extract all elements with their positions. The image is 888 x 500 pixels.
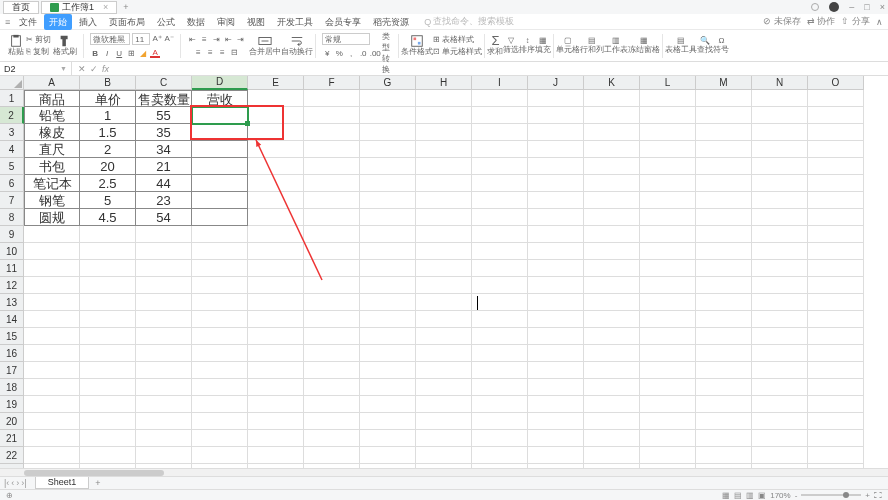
cell-A13[interactable] bbox=[24, 294, 80, 311]
avatar[interactable] bbox=[829, 2, 839, 12]
tab-home[interactable]: 首页 bbox=[3, 1, 39, 14]
cell-F2[interactable] bbox=[304, 107, 360, 124]
unsaved-badge[interactable]: ⊘ 未保存 bbox=[763, 15, 801, 28]
select-all-corner[interactable] bbox=[0, 76, 24, 90]
cell-G16[interactable] bbox=[360, 345, 416, 362]
indent-dec-icon[interactable]: ⇤ bbox=[223, 35, 233, 45]
cell-L13[interactable] bbox=[640, 294, 696, 311]
cell-I20[interactable] bbox=[472, 413, 528, 430]
menu-formula[interactable]: 公式 bbox=[152, 14, 180, 30]
cell-I18[interactable] bbox=[472, 379, 528, 396]
comma-icon[interactable]: , bbox=[346, 48, 356, 58]
dec-dec-icon[interactable]: .00 bbox=[370, 48, 380, 58]
cell-B9[interactable] bbox=[80, 226, 136, 243]
cell-C5[interactable]: 21 bbox=[136, 158, 192, 175]
sort-button[interactable]: ↕排序 bbox=[519, 37, 535, 55]
row-header-21[interactable]: 21 bbox=[0, 430, 24, 447]
cell-J5[interactable] bbox=[528, 158, 584, 175]
cell-D14[interactable] bbox=[192, 311, 248, 328]
cell-N7[interactable] bbox=[752, 192, 808, 209]
col-header-L[interactable]: L bbox=[640, 76, 696, 90]
number-format-select[interactable]: 常规 bbox=[322, 33, 370, 45]
cell-O14[interactable] bbox=[808, 311, 864, 328]
cell-B12[interactable] bbox=[80, 277, 136, 294]
cell-K9[interactable] bbox=[584, 226, 640, 243]
cell-N8[interactable] bbox=[752, 209, 808, 226]
cell-H8[interactable] bbox=[416, 209, 472, 226]
cell-M14[interactable] bbox=[696, 311, 752, 328]
cell-C8[interactable]: 54 bbox=[136, 209, 192, 226]
cell-F14[interactable] bbox=[304, 311, 360, 328]
cell-M18[interactable] bbox=[696, 379, 752, 396]
cell-O15[interactable] bbox=[808, 328, 864, 345]
cell-D2[interactable] bbox=[192, 107, 248, 124]
cell-J8[interactable] bbox=[528, 209, 584, 226]
cell-O12[interactable] bbox=[808, 277, 864, 294]
cell-C3[interactable]: 35 bbox=[136, 124, 192, 141]
cell-O6[interactable] bbox=[808, 175, 864, 192]
cell-B16[interactable] bbox=[80, 345, 136, 362]
cell-C7[interactable]: 23 bbox=[136, 192, 192, 209]
cell-O4[interactable] bbox=[808, 141, 864, 158]
cell-B14[interactable] bbox=[80, 311, 136, 328]
cell-E21[interactable] bbox=[248, 430, 304, 447]
cell-I6[interactable] bbox=[472, 175, 528, 192]
cell-L11[interactable] bbox=[640, 260, 696, 277]
align-right-icon[interactable]: ≡ bbox=[217, 48, 227, 58]
cell-C18[interactable] bbox=[136, 379, 192, 396]
cell-N16[interactable] bbox=[752, 345, 808, 362]
align-left-icon[interactable]: ≡ bbox=[193, 48, 203, 58]
cell-I12[interactable] bbox=[472, 277, 528, 294]
cell-C20[interactable] bbox=[136, 413, 192, 430]
cell-H6[interactable] bbox=[416, 175, 472, 192]
cell-E9[interactable] bbox=[248, 226, 304, 243]
menu-view[interactable]: 视图 bbox=[242, 14, 270, 30]
name-dropdown-icon[interactable]: ▼ bbox=[60, 62, 67, 76]
cell-J19[interactable] bbox=[528, 396, 584, 413]
cell-F8[interactable] bbox=[304, 209, 360, 226]
font-name-select[interactable]: 微软雅黑 bbox=[90, 33, 130, 45]
cell-E22[interactable] bbox=[248, 447, 304, 464]
cell-I5[interactable] bbox=[472, 158, 528, 175]
cell-E6[interactable] bbox=[248, 175, 304, 192]
cell-H4[interactable] bbox=[416, 141, 472, 158]
font-grow-icon[interactable]: A⁺ bbox=[152, 33, 162, 43]
row-header-14[interactable]: 14 bbox=[0, 311, 24, 328]
cell-N22[interactable] bbox=[752, 447, 808, 464]
bold-button[interactable]: B bbox=[90, 48, 100, 58]
cell-N15[interactable] bbox=[752, 328, 808, 345]
cell-D9[interactable] bbox=[192, 226, 248, 243]
cell-B1[interactable]: 单价 bbox=[80, 90, 136, 107]
cell-O17[interactable] bbox=[808, 362, 864, 379]
cell-G20[interactable] bbox=[360, 413, 416, 430]
col-header-F[interactable]: F bbox=[304, 76, 360, 90]
cell-J15[interactable] bbox=[528, 328, 584, 345]
cell-K3[interactable] bbox=[584, 124, 640, 141]
cell-H12[interactable] bbox=[416, 277, 472, 294]
sheet-add-button[interactable]: + bbox=[89, 478, 106, 488]
row-header-22[interactable]: 22 bbox=[0, 447, 24, 464]
col-header-B[interactable]: B bbox=[80, 76, 136, 90]
cell-J2[interactable] bbox=[528, 107, 584, 124]
cell-G7[interactable] bbox=[360, 192, 416, 209]
menu-data[interactable]: 数据 bbox=[182, 14, 210, 30]
cell-J21[interactable] bbox=[528, 430, 584, 447]
cell-E3[interactable] bbox=[248, 124, 304, 141]
cell-A2[interactable]: 铅笔 bbox=[24, 107, 80, 124]
cell-L12[interactable] bbox=[640, 277, 696, 294]
cell-K1[interactable] bbox=[584, 90, 640, 107]
cell-G14[interactable] bbox=[360, 311, 416, 328]
cell-F3[interactable] bbox=[304, 124, 360, 141]
type-convert-button[interactable]: 类型转换 bbox=[382, 48, 392, 58]
italic-button[interactable]: I bbox=[102, 48, 112, 58]
cell-A22[interactable] bbox=[24, 447, 80, 464]
cell-A16[interactable] bbox=[24, 345, 80, 362]
cell-L8[interactable] bbox=[640, 209, 696, 226]
copy-button[interactable]: ⎘ 复制 bbox=[26, 46, 51, 57]
cell-F4[interactable] bbox=[304, 141, 360, 158]
cell-C10[interactable] bbox=[136, 243, 192, 260]
cell-M4[interactable] bbox=[696, 141, 752, 158]
col-header-K[interactable]: K bbox=[584, 76, 640, 90]
cell-L22[interactable] bbox=[640, 447, 696, 464]
cell-G13[interactable] bbox=[360, 294, 416, 311]
